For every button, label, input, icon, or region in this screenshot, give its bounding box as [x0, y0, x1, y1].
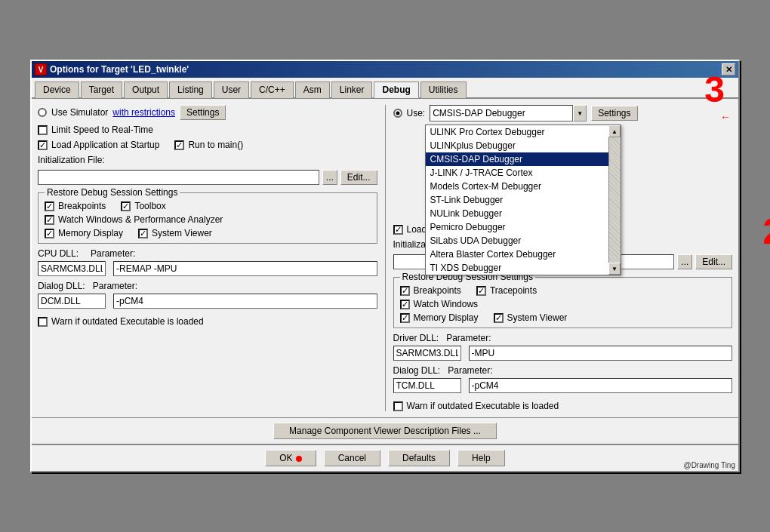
init-file-row: ... Edit... — [38, 170, 377, 185]
breakpoints-row: ✓ Breakpoints — [45, 201, 106, 211]
debugger-select-display[interactable]: CMSIS-DAP Debugger — [430, 105, 573, 121]
run-to-main-label: Run to main() — [188, 140, 243, 150]
right-watch-windows-checkbox[interactable]: ✓ — [400, 300, 410, 309]
edit-init-button[interactable]: Edit... — [340, 170, 377, 185]
driver-dll-section: Driver DLL: Parameter: — [393, 333, 733, 361]
driver-dll-input[interactable] — [393, 346, 461, 361]
restore-row1: ✓ Breakpoints ✓ Toolbox — [45, 201, 371, 211]
run-to-main-row: ✓ Run to main() — [174, 140, 243, 150]
tab-asm[interactable]: Asm — [295, 81, 330, 98]
right-watch-windows-label: Watch Windows — [414, 299, 479, 309]
help-button[interactable]: Help — [457, 450, 505, 466]
tab-debug[interactable]: Debug — [374, 81, 418, 98]
tab-target[interactable]: Target — [81, 81, 122, 98]
dialog-dll-label-row: Dialog DLL: Parameter: — [38, 281, 377, 291]
restore-group-content: ✓ Breakpoints ✓ Toolbox ✓ Watch Windows … — [45, 201, 371, 238]
dropdown-item[interactable]: ST-Link Debugger — [426, 193, 608, 207]
main-content: Use Simulator with restrictions Settings… — [32, 99, 738, 417]
system-viewer-label: System Viewer — [152, 228, 212, 238]
scroll-down[interactable]: ▼ — [608, 263, 621, 275]
debugger-dropdown: ULINK Pro Cortex DebuggerULINKplus Debug… — [425, 125, 621, 275]
panel-divider — [385, 105, 386, 411]
dropdown-item[interactable]: J-LINK / J-TRACE Cortex — [426, 166, 608, 180]
right-memory-display-checkbox[interactable]: ✓ — [400, 313, 410, 323]
driver-dll-label: Driver DLL: — [393, 333, 439, 343]
driver-param-input[interactable] — [469, 346, 733, 361]
dropdown-item[interactable]: ULINK Pro Cortex Debugger — [426, 125, 608, 139]
scroll-track — [609, 137, 621, 263]
right-system-viewer-checkbox[interactable]: ✓ — [494, 313, 504, 323]
right-settings-button[interactable]: Settings — [591, 106, 637, 121]
defaults-button[interactable]: Defaults — [388, 450, 450, 466]
right-load-app-checkbox[interactable]: ✓ — [393, 225, 403, 235]
close-button[interactable]: ✕ — [722, 63, 735, 75]
run-to-main-checkbox[interactable]: ✓ — [174, 140, 184, 150]
browse-init-button[interactable]: ... — [322, 170, 337, 185]
scroll-up[interactable]: ▲ — [608, 125, 621, 137]
tab-utilities[interactable]: Utilities — [420, 81, 467, 98]
dropdown-item[interactable]: CMSIS-DAP Debugger — [426, 152, 608, 166]
tab-device[interactable]: Device — [35, 81, 79, 98]
watch-windows-row: ✓ Watch Windows & Performance Analyzer — [45, 214, 371, 225]
dropdown-item[interactable]: SiLabs UDA Debugger — [426, 234, 608, 248]
debugger-select-wrapper: CMSIS-DAP Debugger ▼ — [430, 105, 587, 121]
tab-linker[interactable]: Linker — [331, 81, 373, 98]
driver-dll-input-row — [393, 346, 733, 361]
dropdown-item[interactable]: Altera Blaster Cortex Debugger — [426, 248, 608, 261]
toolbox-checkbox[interactable]: ✓ — [121, 201, 131, 211]
restore-group-label: Restore Debug Session Settings — [45, 187, 180, 198]
init-file-input[interactable] — [38, 170, 319, 185]
load-app-checkbox[interactable]: ✓ — [38, 140, 48, 150]
memory-display-checkbox[interactable]: ✓ — [45, 229, 54, 238]
title-bar-left: V Options for Target 'LED_twinkle' — [35, 63, 189, 75]
ok-dot — [296, 456, 302, 462]
limit-speed-label: Limit Speed to Real-Time — [51, 125, 153, 135]
watch-windows-checkbox[interactable]: ✓ — [45, 215, 54, 225]
init-file-label: Initialization File: — [38, 155, 377, 165]
left-settings-button[interactable]: Settings — [180, 105, 226, 120]
right-dialog-dll-section: Dialog DLL: Parameter: — [393, 365, 733, 393]
debugger-dropdown-arrow[interactable]: ▼ — [573, 105, 587, 121]
with-restrictions-link[interactable]: with restrictions — [112, 107, 175, 118]
left-panel: Use Simulator with restrictions Settings… — [38, 105, 377, 411]
dialog-dll-input[interactable] — [38, 294, 106, 309]
watermark: @Drawing Ting — [683, 461, 735, 469]
memory-display-label: Memory Display — [58, 228, 123, 238]
dialog-param-input[interactable] — [113, 294, 377, 309]
title-bar: V Options for Target 'LED_twinkle' ✕ — [32, 61, 738, 78]
simulator-radio[interactable] — [38, 108, 47, 117]
use-row: Use: CMSIS-DAP Debugger ▼ Settings — [393, 105, 733, 121]
dropdown-scrollbar[interactable]: ▲ ▼ — [608, 125, 621, 275]
tab-user[interactable]: User — [214, 81, 249, 98]
cancel-button[interactable]: Cancel — [324, 450, 380, 466]
ok-button[interactable]: OK — [265, 450, 316, 466]
limit-speed-checkbox[interactable] — [38, 125, 48, 135]
dropdown-item[interactable]: Models Cortex-M Debugger — [426, 180, 608, 193]
right-breakpoints-checkbox[interactable]: ✓ — [400, 286, 410, 296]
right-warn-checkbox[interactable] — [393, 401, 403, 411]
right-edit-init-button[interactable]: Edit... — [695, 254, 732, 269]
system-viewer-checkbox[interactable]: ✓ — [138, 229, 148, 238]
right-browse-init-button[interactable]: ... — [677, 254, 692, 269]
right-breakpoints-row: ✓ Breakpoints — [400, 285, 461, 296]
manage-component-button[interactable]: Manage Component Viewer Description File… — [273, 423, 497, 439]
right-dialog-dll-input[interactable] — [393, 378, 461, 393]
tab-output[interactable]: Output — [124, 81, 168, 98]
cpu-param-input[interactable] — [113, 261, 377, 276]
left-warn-checkbox[interactable] — [38, 317, 48, 327]
system-viewer-row: ✓ System Viewer — [138, 228, 212, 238]
tab-listing[interactable]: Listing — [169, 81, 212, 98]
right-dialog-param-input[interactable] — [469, 378, 733, 393]
right-memory-display-row: ✓ Memory Display — [400, 312, 479, 323]
tab-cplusplus[interactable]: C/C++ — [251, 81, 294, 98]
dropdown-item[interactable]: ULINKplus Debugger — [426, 139, 608, 152]
cpu-dll-input[interactable] — [38, 261, 106, 276]
dropdown-item[interactable]: TI XDS Debugger — [426, 261, 608, 275]
dropdown-item[interactable]: Pemicro Debugger — [426, 220, 608, 234]
right-tracepoints-checkbox[interactable]: ✓ — [476, 286, 486, 296]
dropdown-item[interactable]: NULink Debugger — [426, 207, 608, 220]
right-warn-row: Warn if outdated Executable is loaded — [393, 401, 733, 411]
use-radio[interactable] — [393, 109, 402, 118]
simulator-label: Use Simulator — [51, 107, 108, 118]
breakpoints-checkbox[interactable]: ✓ — [45, 201, 54, 211]
